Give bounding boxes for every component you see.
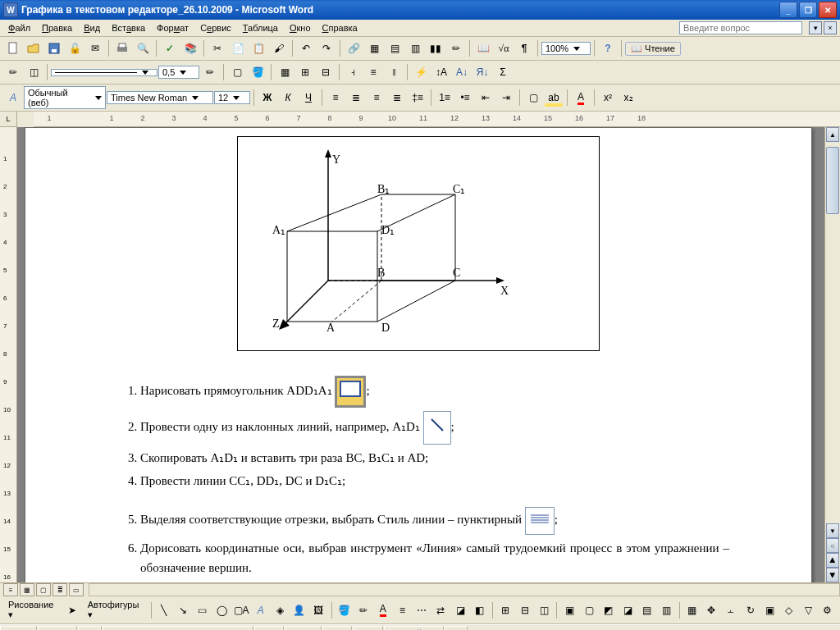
bring-front-button[interactable]: ▣ [560, 600, 579, 620]
status-lang[interactable]: русский (Ро [384, 626, 444, 630]
columns-button[interactable]: ▮▮ [426, 39, 445, 58]
open-button[interactable] [24, 39, 43, 58]
redo-button[interactable]: ↷ [317, 39, 336, 58]
align-right-button[interactable]: ≡ [367, 88, 386, 107]
oval-button[interactable]: ◯ [212, 600, 231, 620]
vertical-ruler[interactable]: 12345678910111213141516 [0, 127, 17, 582]
status-trk[interactable]: ИСПР [285, 626, 322, 630]
menu-format[interactable]: Формат [152, 21, 194, 34]
autoformat-button[interactable]: ⚡ [411, 62, 431, 82]
decrease-indent-button[interactable]: ⇤ [476, 88, 495, 107]
text-direction-button[interactable]: ↕A [431, 62, 451, 82]
line-style-button[interactable]: ≡ [393, 600, 412, 620]
save-button[interactable] [44, 39, 64, 58]
highlight-button[interactable]: ab [544, 88, 564, 107]
bullets-button[interactable]: •≡ [455, 88, 475, 107]
doc-map-button[interactable]: 📖 [473, 39, 493, 58]
send-back-button[interactable]: ▢ [580, 600, 599, 620]
clipart-button[interactable]: 👤 [290, 600, 308, 620]
edit-points-button[interactable]: ◇ [779, 600, 798, 620]
styles-pane-button[interactable]: A [3, 88, 23, 107]
undo-button[interactable]: ↶ [296, 39, 316, 58]
horizontal-ruler[interactable]: 1123456789101112131415161718 [34, 112, 840, 127]
set-defaults-button[interactable]: ⚙ [818, 600, 837, 620]
show-formatting-button[interactable]: ¶ [514, 39, 534, 58]
fill-color-button[interactable]: 🪣 [335, 600, 354, 620]
bring-forward-button[interactable]: ◩ [599, 600, 618, 620]
sort-asc-button[interactable]: A↓ [452, 62, 472, 82]
change-shape-button[interactable]: ▽ [799, 600, 818, 620]
web-view-button[interactable]: ▦ [20, 583, 34, 596]
font-size-combo[interactable]: 12 [214, 91, 250, 104]
normal-view-button[interactable]: ≡ [3, 583, 18, 596]
insert-worksheet-button[interactable]: ▥ [405, 39, 425, 58]
send-backward-button[interactable]: ◪ [619, 600, 637, 620]
rotate-button[interactable]: ↻ [741, 600, 760, 620]
status-ext[interactable]: ВДЛ [322, 626, 352, 630]
arrow-button[interactable]: ↘ [174, 600, 193, 620]
drawing-menu[interactable]: Рисование ▾ [3, 598, 62, 622]
line-spacing-button[interactable]: ‡≡ [408, 88, 427, 107]
ungroup-button[interactable]: ⊟ [515, 600, 534, 620]
border-color-button[interactable]: ✏ [200, 62, 220, 82]
menu-table[interactable]: Таблица [238, 21, 283, 34]
draw-table-button[interactable]: ✏ [3, 62, 23, 82]
select-objects-button[interactable]: ➤ [63, 600, 82, 620]
align-button[interactable]: ⫠ [722, 600, 741, 620]
menu-edit[interactable]: Правка [37, 21, 77, 34]
bold-button[interactable]: Ж [258, 88, 277, 107]
font-color-drawing-button[interactable]: A [374, 600, 393, 620]
shading-color-button[interactable]: 🪣 [248, 62, 267, 82]
doc-close-button[interactable]: × [824, 21, 837, 34]
align-left-button[interactable]: ≡ [326, 88, 345, 107]
status-spellcheck-icon[interactable]: 📖 [445, 626, 468, 631]
insert-table-button[interactable]: ▤ [385, 39, 404, 58]
zoom-combo[interactable]: 100% [541, 42, 591, 55]
line-button[interactable]: ╲ [155, 600, 174, 620]
cube-figure[interactable]: Y X Z B₁ C₁ A₁ D₁ B C A D [237, 136, 600, 351]
subscript-button[interactable]: x₂ [619, 88, 638, 107]
outside-border-btn2[interactable]: ▢ [523, 88, 543, 107]
tables-borders-button[interactable]: ▦ [364, 39, 384, 58]
superscript-button[interactable]: x² [598, 88, 618, 107]
align-justify-button[interactable]: ≣ [387, 88, 407, 107]
print-layout-view-button[interactable]: ▢ [36, 583, 51, 596]
outline-view-button[interactable]: ≣ [52, 583, 67, 596]
increase-indent-button[interactable]: ⇥ [496, 88, 516, 107]
shadow-button[interactable]: ◪ [451, 600, 470, 620]
diagram-button[interactable]: ◈ [271, 600, 290, 620]
eraser-button[interactable]: ◫ [24, 62, 43, 82]
permissions-button[interactable]: 🔓 [65, 39, 84, 58]
menu-service[interactable]: Сервис [195, 21, 236, 34]
new-doc-button[interactable] [3, 39, 23, 58]
italic-button[interactable]: К [278, 88, 298, 107]
autosum-button[interactable]: Σ [493, 62, 513, 82]
status-ovr[interactable]: ЗАМ [353, 626, 383, 630]
window-minimize-button[interactable]: _ [779, 2, 797, 18]
menu-window[interactable]: Окно [285, 21, 316, 34]
line-weight-combo[interactable]: 0,5 [158, 66, 199, 79]
dash-style-button[interactable]: ⋯ [413, 600, 431, 620]
autoshapes-menu[interactable]: Автофигуры ▾ [83, 598, 148, 622]
text-wrap-button[interactable]: ▣ [760, 600, 779, 620]
distribute-rows-button[interactable]: ≡ [363, 62, 383, 82]
drawing-toolbar-button[interactable]: ✏ [446, 39, 466, 58]
browse-object-button[interactable]: ○ [826, 538, 839, 553]
help-button[interactable]: ? [598, 39, 618, 58]
menu-file[interactable]: ФФайлайл [3, 21, 35, 34]
paste-button[interactable]: 📋 [249, 39, 268, 58]
copy-button[interactable]: 📄 [228, 39, 248, 58]
sort-desc-button[interactable]: Я↓ [472, 62, 492, 82]
equation-button[interactable]: √α [494, 39, 514, 58]
arrow-style-button[interactable]: ⇄ [431, 600, 450, 620]
cut-button[interactable]: ✂ [208, 39, 227, 58]
reading-mode-button[interactable]: 📖 Чтение [625, 42, 681, 56]
send-behind-text-button[interactable]: ▥ [657, 600, 676, 620]
align-center-button[interactable]: ≣ [346, 88, 366, 107]
insert-table-btn2[interactable]: ▦ [275, 62, 294, 82]
window-close-button[interactable]: ✕ [819, 2, 837, 18]
outside-border-button[interactable]: ▢ [227, 62, 247, 82]
line-style-combo[interactable] [51, 69, 158, 76]
print-preview-button[interactable]: 🔍 [133, 39, 153, 58]
prev-page-button[interactable]: ⯅ [826, 553, 839, 568]
